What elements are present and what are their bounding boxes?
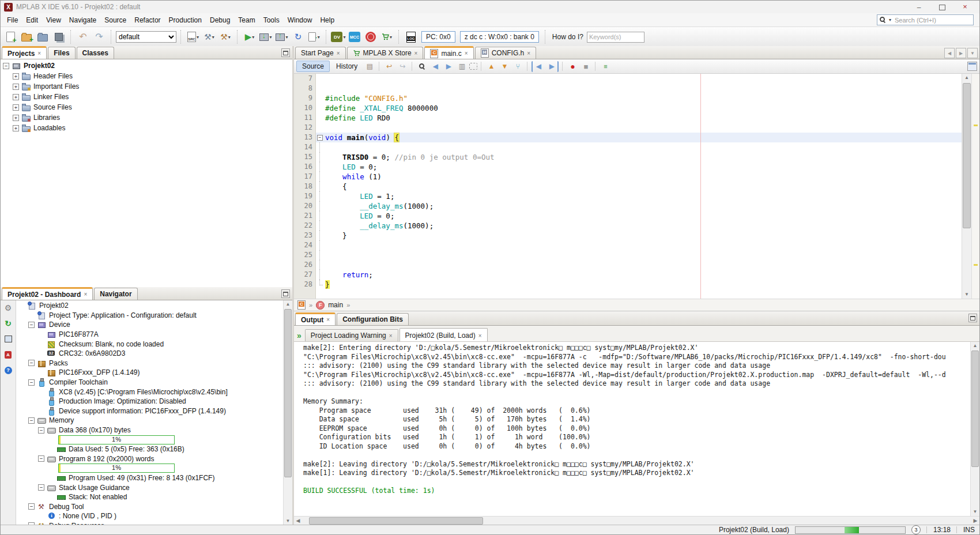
collapse-icon[interactable]: − <box>28 322 35 328</box>
scroll-up-icon[interactable]: ▲ <box>284 300 292 308</box>
double-arrow-icon[interactable]: » <box>297 331 301 340</box>
tree-item-linker-files[interactable]: +Linker Files <box>1 92 292 102</box>
tree-item-pic16fxxx-dfp-1-4-149-[interactable]: PIC16Fxxx_DFP (1.4.149) <box>16 368 284 378</box>
menu-help[interactable]: Help <box>316 14 338 26</box>
save-all-button[interactable] <box>51 29 66 44</box>
start-macro-recording-icon[interactable]: ● <box>567 61 578 72</box>
pdf-report-icon[interactable]: A <box>3 349 13 360</box>
close-icon[interactable]: × <box>337 50 340 56</box>
tree-item-device[interactable]: −Device <box>16 320 284 330</box>
jump-back-icon[interactable]: ↩ <box>383 61 395 72</box>
scroll-down-icon[interactable]: ▼ <box>284 517 292 525</box>
scroll-up-icon[interactable]: ▲ <box>962 74 971 82</box>
tree-item-xc8-v2-45-c-program-files-microchip-xc8-[interactable]: XC8 (v2.45) [C:\Program Files\Microchip\… <box>16 387 284 397</box>
line-number[interactable]: 27 <box>294 270 316 280</box>
line-number[interactable]: 9 <box>294 93 316 103</box>
line-number[interactable]: 11 <box>294 113 316 123</box>
tree-item-data-used-5-0x5-free-363-0x16b-[interactable]: Data Used: 5 (0x5) Free: 363 (0x16B) <box>16 444 284 454</box>
menu-source[interactable]: Source <box>100 14 130 26</box>
collapse-icon[interactable]: − <box>28 379 35 386</box>
rectangular-selection-icon[interactable] <box>469 63 477 70</box>
minimize-button[interactable]: – <box>915 3 923 10</box>
expand-icon[interactable]: + <box>13 104 19 111</box>
minimize-panel-icon[interactable] <box>281 48 290 57</box>
scroll-left-icon[interactable]: ◀ <box>294 517 302 525</box>
close-icon[interactable]: × <box>414 50 418 56</box>
tree-item-loadables[interactable]: +Loadables <box>1 123 292 133</box>
data-visualizer-button[interactable]: DV▾ <box>331 29 346 44</box>
source-view-button[interactable]: Source <box>296 61 330 72</box>
shift-line-right-icon[interactable]: ▶ <box>546 61 559 72</box>
collapse-icon[interactable]: − <box>38 484 44 491</box>
tab-start-page[interactable]: Start Page× <box>295 47 346 59</box>
tab-scroll-right-icon[interactable]: ▶ <box>956 48 966 58</box>
scroll-down-icon[interactable]: ▼ <box>971 508 979 516</box>
tree-item-source-files[interactable]: +Source Files <box>1 102 292 112</box>
dashboard-tree[interactable]: Projekt02Project Type: Application - Con… <box>16 300 284 525</box>
tab-scroll-left-icon[interactable]: ◀ <box>944 48 955 58</box>
log-button[interactable] <box>404 29 419 44</box>
menu-refactor[interactable]: Refactor <box>130 14 164 26</box>
scrollbar-thumb[interactable] <box>963 83 971 228</box>
line-number[interactable]: 24 <box>294 240 316 250</box>
code-fold-icon[interactable] <box>316 133 324 142</box>
tree-item-projekt02[interactable]: Projekt02 <box>16 301 284 311</box>
menu-edit[interactable]: Edit <box>22 14 42 26</box>
toggle-highlight-icon[interactable]: ▥ <box>456 61 468 72</box>
editor-scrollbar[interactable]: ▲ ▼ <box>962 74 971 299</box>
notifications-badge[interactable]: 3 <box>911 525 921 534</box>
tab-navigator[interactable]: Navigator <box>94 288 137 300</box>
close-button[interactable]: × <box>961 3 969 10</box>
build-console[interactable]: make[2]: Entering directory 'D:/□kola/5.… <box>294 342 971 516</box>
line-number[interactable]: 15 <box>294 152 316 162</box>
tree-item-device-support-information-pic16fxxx-dfp[interactable]: Device support information: PIC16Fxxx_DF… <box>16 406 284 416</box>
line-number[interactable]: 16 <box>294 162 316 172</box>
history-view-button[interactable]: History <box>331 61 362 71</box>
last-edit-icon[interactable]: ▤ <box>364 61 375 72</box>
line-number[interactable]: 14 <box>294 142 316 152</box>
mplab-store-button[interactable]: ▾ <box>379 29 394 44</box>
tree-item-memory[interactable]: −Memory <box>16 416 284 425</box>
tab-output[interactable]: Output× <box>295 312 336 325</box>
tree-item-projekt02[interactable]: −Projekt02 <box>1 61 292 71</box>
next-bookmark-icon[interactable]: ▼ <box>499 61 510 72</box>
tree-item-checksum-blank-no-code-loaded[interactable]: Checksum: Blank, no code loaded <box>16 339 284 349</box>
subtab-projekt02-build-load-[interactable]: Projekt02 (Build, Load)× <box>399 328 488 341</box>
tree-item-important-files[interactable]: +Important Files <box>1 81 292 92</box>
line-number[interactable]: 21 <box>294 211 316 221</box>
collapse-icon[interactable]: − <box>38 427 44 434</box>
line-number[interactable]: 23 <box>294 231 316 240</box>
expand-icon[interactable]: + <box>13 73 19 80</box>
close-icon[interactable]: × <box>527 50 530 56</box>
run-project-button[interactable]: ▶▾ <box>242 29 257 44</box>
find-icon[interactable] <box>416 61 428 72</box>
line-number[interactable]: 22 <box>294 221 316 231</box>
tree-item-compiler-toolchain[interactable]: −Compiler Toolchain <box>16 378 284 387</box>
clean-and-build-button[interactable]: ⚒▾ <box>218 29 233 44</box>
read-device-memory-button[interactable]: ↑▾ <box>274 29 289 44</box>
tree-item-production-image-optimization-disabled[interactable]: Production Image: Optimization: Disabled <box>16 397 284 406</box>
scroll-down-icon[interactable]: ▼ <box>962 291 971 299</box>
collapse-icon[interactable]: − <box>28 417 35 424</box>
error-stripe[interactable] <box>971 74 979 299</box>
collapse-icon[interactable]: − <box>28 503 35 510</box>
close-icon[interactable]: × <box>326 317 330 323</box>
line-number[interactable]: 7 <box>294 74 316 84</box>
tree-item-libraries[interactable]: +Libraries <box>1 112 292 123</box>
minimize-panel-icon[interactable] <box>281 289 290 298</box>
tab-configuration-bits[interactable]: Configuration Bits <box>337 313 409 325</box>
scroll-right-icon[interactable]: ▶ <box>971 517 979 525</box>
expand-icon[interactable]: + <box>13 115 19 121</box>
line-number[interactable]: 25 <box>294 250 316 260</box>
expand-icon[interactable]: + <box>13 94 19 100</box>
collapse-icon[interactable]: − <box>38 455 44 462</box>
dashboard-scrollbar[interactable]: ▲ ▼ <box>283 300 292 525</box>
line-number[interactable]: 28 <box>294 280 316 289</box>
console-horizontal-scrollbar[interactable]: ◀ ▶ <box>294 516 979 525</box>
split-window-icon[interactable] <box>967 62 977 71</box>
close-icon[interactable]: × <box>478 333 482 339</box>
menu-window[interactable]: Window <box>284 14 316 26</box>
menu-view[interactable]: View <box>42 14 65 26</box>
tab-config-h[interactable]: CONFIG.h× <box>475 47 537 59</box>
line-number[interactable]: 10 <box>294 103 316 113</box>
